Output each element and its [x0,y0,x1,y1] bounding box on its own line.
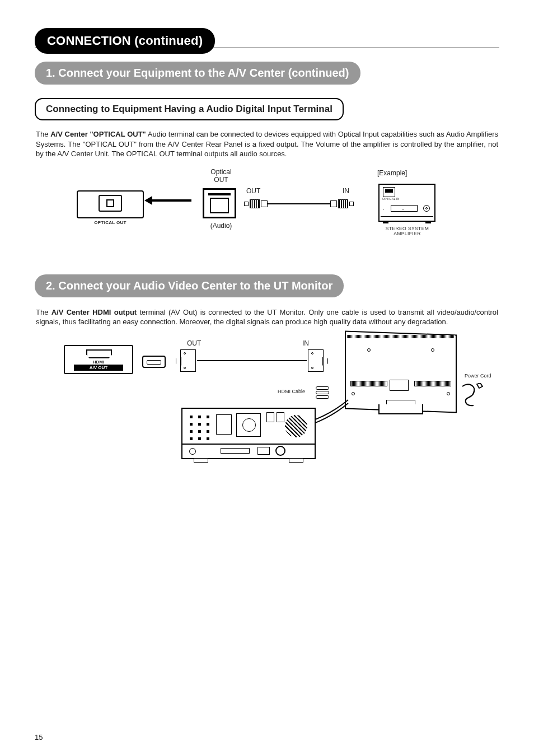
cable-in-label: IN [343,187,349,195]
section1-subtitle-box: Connecting to Equipment Having a Audio D… [35,98,344,120]
hdmi-label-2: A/V OUT [74,365,123,371]
s1-body-pref: The [36,130,50,138]
diagram-hdmi-connection: HDMI A/V OUT OUT IN HDMI Cable Power Cor [35,336,499,482]
optical-upper: Optical [210,168,231,176]
manual-page: CONNECTION (continued) 1. Connect your E… [0,0,534,756]
hdmi-cable-label: HDMI Cable [278,389,305,394]
av-center-optical-out-panel: OPTICAL OUT [77,190,144,218]
amp-caption: STEREO SYSTEM AMPLIFIER [375,226,439,237]
section1-subtitle-text: Connecting to Equipment Having a Audio D… [46,104,332,114]
diagram-optical-connection: OPTICAL OUT Optical OUT (Audio) OUT IN [… [35,168,499,258]
optical-out-label: Optical OUT [202,168,241,184]
page-header-text: CONNECTION (continued) [47,34,203,48]
optical-output-jack-icon [203,188,236,218]
section1-title-pill: 1. Connect your Equipment to the A/V Cen… [35,62,360,85]
section2-title-pill: 2. Connect your Audio Video Center to th… [35,274,344,297]
page-number: 15 [35,733,43,741]
ut-monitor-icon [345,333,457,411]
av-center-unit-icon [181,408,316,459]
toslink-plug-in-icon [330,198,354,209]
hdmi-out-label: OUT [187,339,201,347]
hdmi-cable-line-icon [197,360,307,361]
optical-cable-icon [268,203,330,204]
amp-caption-1: STEREO SYSTEM [386,226,429,231]
arrow-left-icon [151,199,191,202]
cable-bundle-icon [316,386,331,399]
section2-body: The A/V Center HDMI output terminal (AV … [36,307,498,327]
hdmi-plug-out-icon [180,349,196,372]
amp-optical-in-label: OPTICAL IN [382,197,400,200]
power-cord-label: Power Cord [465,373,491,379]
hdmi-in-label: IN [302,339,309,347]
section1-body: The A/V Center "OPTICAL OUT" Audio termi… [36,129,498,159]
audio-label: (Audio) [202,222,241,230]
page-header-pill: CONNECTION (continued) [35,28,215,54]
section2-title-text: 2. Connect your Audio Video Center to th… [46,279,332,292]
s2-body-bold: A/V Center HDMI output [51,308,137,316]
toslink-plug-out-icon [244,198,268,209]
amp-caption-2: AMPLIFIER [394,231,420,236]
optical-port-icon [99,195,122,212]
hdmi-plug-in-icon [308,349,324,372]
optical-lower: OUT [214,176,228,184]
stereo-amplifier-icon: OPTICAL IN ◦ ◦◦ [378,184,435,222]
example-label: [Example] [377,169,407,177]
optical-port-label: OPTICAL OUT [78,220,143,225]
power-cord-icon [460,383,484,409]
av-center-hdmi-out-panel: HDMI A/V OUT [64,345,133,374]
s2-body-pref: The [36,308,51,316]
hdmi-jack-icon [142,356,166,368]
hdmi-port-icon [86,349,112,358]
cable-out-label: OUT [246,187,260,195]
section1-title-text: 1. Connect your Equipment to the A/V Cen… [46,67,349,79]
hdmi-label-1: HDMI [65,360,132,365]
s1-body-bold: A/V Center "OPTICAL OUT" [50,130,146,138]
